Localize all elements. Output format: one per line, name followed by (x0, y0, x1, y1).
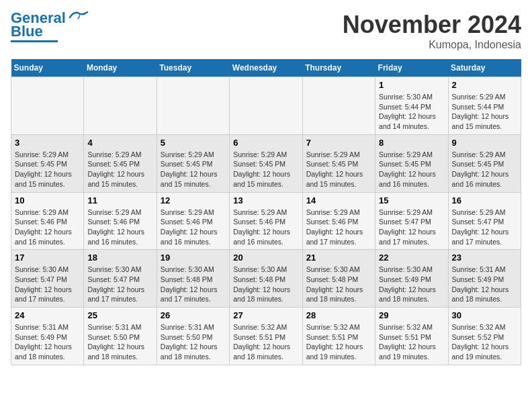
calendar-body: 1Sunrise: 5:30 AM Sunset: 5:44 PM Daylig… (11, 77, 521, 365)
day-number: 24 (15, 310, 80, 320)
calendar-cell: 21Sunrise: 5:30 AM Sunset: 5:48 PM Dayli… (302, 250, 375, 308)
weekday-header-tuesday: Tuesday (157, 59, 229, 77)
weekday-header-monday: Monday (84, 59, 157, 77)
day-info: Sunrise: 5:31 AM Sunset: 5:50 PM Dayligh… (161, 322, 226, 362)
day-info: Sunrise: 5:29 AM Sunset: 5:45 PM Dayligh… (306, 150, 371, 189)
day-number: 10 (15, 195, 80, 205)
day-number: 23 (452, 253, 517, 263)
calendar-cell: 28Sunrise: 5:32 AM Sunset: 5:51 PM Dayli… (302, 308, 375, 365)
weekday-header-thursday: Thursday (302, 59, 375, 77)
weekday-header-row: SundayMondayTuesdayWednesdayThursdayFrid… (11, 59, 521, 77)
calendar-cell (230, 77, 302, 135)
calendar-cell: 4Sunrise: 5:29 AM Sunset: 5:45 PM Daylig… (84, 134, 157, 192)
calendar-cell: 18Sunrise: 5:30 AM Sunset: 5:47 PM Dayli… (84, 250, 157, 308)
logo-blue: Blue (11, 24, 43, 39)
calendar-cell (157, 77, 229, 135)
weekday-header-wednesday: Wednesday (230, 59, 302, 77)
day-info: Sunrise: 5:29 AM Sunset: 5:45 PM Dayligh… (379, 150, 444, 189)
calendar-cell: 5Sunrise: 5:29 AM Sunset: 5:45 PM Daylig… (157, 134, 229, 192)
day-number: 19 (161, 253, 226, 263)
calendar-cell: 27Sunrise: 5:32 AM Sunset: 5:51 PM Dayli… (230, 308, 302, 365)
month-title: November 2024 (343, 11, 521, 39)
day-info: Sunrise: 5:29 AM Sunset: 5:44 PM Dayligh… (452, 92, 517, 132)
day-number: 11 (87, 195, 152, 205)
day-info: Sunrise: 5:31 AM Sunset: 5:50 PM Dayligh… (87, 322, 152, 362)
calendar-cell: 12Sunrise: 5:29 AM Sunset: 5:46 PM Dayli… (157, 192, 229, 250)
location-subtitle: Kumopa, Indonesia (343, 39, 521, 51)
calendar-week-row: 17Sunrise: 5:30 AM Sunset: 5:47 PM Dayli… (11, 250, 521, 308)
calendar-cell: 17Sunrise: 5:30 AM Sunset: 5:47 PM Dayli… (11, 250, 84, 308)
day-number: 4 (87, 138, 152, 148)
title-section: November 2024 Kumopa, Indonesia (343, 11, 521, 51)
day-info: Sunrise: 5:32 AM Sunset: 5:51 PM Dayligh… (233, 322, 298, 362)
day-info: Sunrise: 5:30 AM Sunset: 5:47 PM Dayligh… (87, 265, 152, 304)
day-info: Sunrise: 5:29 AM Sunset: 5:46 PM Dayligh… (15, 208, 80, 247)
day-info: Sunrise: 5:30 AM Sunset: 5:47 PM Dayligh… (15, 265, 80, 304)
logo: General Blue (11, 11, 89, 42)
day-number: 20 (233, 253, 298, 263)
day-number: 26 (161, 310, 226, 320)
day-number: 5 (161, 138, 226, 148)
calendar-cell: 8Sunrise: 5:29 AM Sunset: 5:45 PM Daylig… (375, 134, 448, 192)
day-number: 8 (379, 138, 444, 148)
day-info: Sunrise: 5:32 AM Sunset: 5:51 PM Dayligh… (379, 322, 444, 362)
day-info: Sunrise: 5:31 AM Sunset: 5:49 PM Dayligh… (452, 265, 517, 304)
day-number: 21 (306, 253, 371, 263)
day-number: 9 (452, 138, 517, 148)
day-number: 22 (379, 253, 444, 263)
day-info: Sunrise: 5:29 AM Sunset: 5:47 PM Dayligh… (452, 208, 517, 247)
day-number: 25 (87, 310, 152, 320)
calendar-cell: 25Sunrise: 5:31 AM Sunset: 5:50 PM Dayli… (84, 308, 157, 365)
calendar-cell (302, 77, 375, 135)
day-info: Sunrise: 5:32 AM Sunset: 5:52 PM Dayligh… (452, 322, 517, 362)
calendar-cell: 9Sunrise: 5:29 AM Sunset: 5:45 PM Daylig… (448, 134, 521, 192)
day-info: Sunrise: 5:31 AM Sunset: 5:49 PM Dayligh… (15, 322, 80, 362)
calendar-week-row: 1Sunrise: 5:30 AM Sunset: 5:44 PM Daylig… (11, 77, 521, 135)
day-number: 28 (306, 310, 371, 320)
day-number: 6 (233, 138, 298, 148)
calendar-week-row: 3Sunrise: 5:29 AM Sunset: 5:45 PM Daylig… (11, 134, 521, 192)
calendar-cell: 3Sunrise: 5:29 AM Sunset: 5:45 PM Daylig… (11, 134, 84, 192)
day-number: 30 (452, 310, 517, 320)
day-info: Sunrise: 5:30 AM Sunset: 5:44 PM Dayligh… (379, 92, 444, 132)
day-info: Sunrise: 5:29 AM Sunset: 5:45 PM Dayligh… (233, 150, 298, 189)
day-number: 12 (161, 195, 226, 205)
day-number: 16 (452, 195, 517, 205)
calendar-cell: 29Sunrise: 5:32 AM Sunset: 5:51 PM Dayli… (375, 308, 448, 365)
day-info: Sunrise: 5:29 AM Sunset: 5:46 PM Dayligh… (306, 208, 371, 247)
page-header: General Blue November 2024 Kumopa, Indon… (11, 11, 521, 51)
day-number: 17 (15, 253, 80, 263)
day-number: 3 (15, 138, 80, 148)
day-info: Sunrise: 5:29 AM Sunset: 5:45 PM Dayligh… (87, 150, 152, 189)
day-number: 15 (379, 195, 444, 205)
day-info: Sunrise: 5:30 AM Sunset: 5:49 PM Dayligh… (379, 265, 444, 304)
calendar-cell: 11Sunrise: 5:29 AM Sunset: 5:46 PM Dayli… (84, 192, 157, 250)
calendar-cell: 13Sunrise: 5:29 AM Sunset: 5:46 PM Dayli… (230, 192, 302, 250)
calendar-week-row: 24Sunrise: 5:31 AM Sunset: 5:49 PM Dayli… (11, 308, 521, 365)
day-info: Sunrise: 5:29 AM Sunset: 5:46 PM Dayligh… (87, 208, 152, 247)
day-info: Sunrise: 5:29 AM Sunset: 5:46 PM Dayligh… (233, 208, 298, 247)
day-number: 13 (233, 195, 298, 205)
day-info: Sunrise: 5:32 AM Sunset: 5:51 PM Dayligh… (306, 322, 371, 362)
day-info: Sunrise: 5:29 AM Sunset: 5:45 PM Dayligh… (15, 150, 80, 189)
calendar-cell: 30Sunrise: 5:32 AM Sunset: 5:52 PM Dayli… (448, 308, 521, 365)
calendar-table: SundayMondayTuesdayWednesdayThursdayFrid… (11, 59, 521, 365)
calendar-cell: 26Sunrise: 5:31 AM Sunset: 5:50 PM Dayli… (157, 308, 229, 365)
calendar-cell: 7Sunrise: 5:29 AM Sunset: 5:45 PM Daylig… (302, 134, 375, 192)
calendar-header: SundayMondayTuesdayWednesdayThursdayFrid… (11, 59, 521, 77)
calendar-cell: 24Sunrise: 5:31 AM Sunset: 5:49 PM Dayli… (11, 308, 84, 365)
logo-bird-icon (69, 9, 89, 24)
day-number: 29 (379, 310, 444, 320)
calendar-cell: 22Sunrise: 5:30 AM Sunset: 5:49 PM Dayli… (375, 250, 448, 308)
day-number: 7 (306, 138, 371, 148)
calendar-cell: 20Sunrise: 5:30 AM Sunset: 5:48 PM Dayli… (230, 250, 302, 308)
day-info: Sunrise: 5:30 AM Sunset: 5:48 PM Dayligh… (233, 265, 298, 304)
calendar-cell: 15Sunrise: 5:29 AM Sunset: 5:47 PM Dayli… (375, 192, 448, 250)
calendar-cell: 2Sunrise: 5:29 AM Sunset: 5:44 PM Daylig… (448, 77, 521, 135)
day-info: Sunrise: 5:30 AM Sunset: 5:48 PM Dayligh… (306, 265, 371, 304)
calendar-cell: 6Sunrise: 5:29 AM Sunset: 5:45 PM Daylig… (230, 134, 302, 192)
calendar-cell: 23Sunrise: 5:31 AM Sunset: 5:49 PM Dayli… (448, 250, 521, 308)
calendar-cell: 19Sunrise: 5:30 AM Sunset: 5:48 PM Dayli… (157, 250, 229, 308)
calendar-cell: 1Sunrise: 5:30 AM Sunset: 5:44 PM Daylig… (375, 77, 448, 135)
calendar-cell (84, 77, 157, 135)
